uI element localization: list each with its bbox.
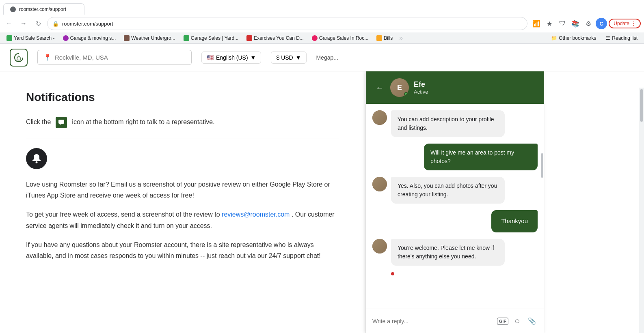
location-bar[interactable]: 📍 (37, 50, 192, 65)
message-2: Will it give me an area to post my photo… (372, 144, 538, 170)
extensions-icon[interactable]: ⚙ (583, 18, 594, 29)
browser-scrollbar[interactable] (639, 88, 644, 333)
currency-selector[interactable]: $ USD ▼ (271, 52, 306, 64)
email-link[interactable]: reviews@roomster.com (222, 211, 290, 218)
msg-bubble-4: Thankyou (491, 210, 538, 232)
chat-user-info: Efe Active (414, 80, 536, 95)
page: 📍 🇺🇸 English (US) ▼ $ USD ▼ Megap... (0, 44, 644, 333)
msg-text-5: You're welcome. Please let me know if th… (398, 245, 494, 260)
megaphone-label[interactable]: Megap... (316, 54, 338, 61)
bookmarks-bar: Yard Sale Search - Garage & moving s... … (0, 32, 644, 44)
browser-chrome: roomster.com/support ← → ↻ 🔒 roomster.co… (0, 0, 644, 44)
other-bookmarks-label: Other bookmarks (559, 35, 596, 41)
bookmark-yard-sale[interactable]: Yard Sale Search - (3, 34, 58, 42)
lock-icon: 🔒 (52, 21, 59, 27)
notification-body2: To get your free week of access, send a … (26, 209, 339, 231)
bookmark-weather[interactable]: Weather Undergro... (121, 34, 179, 42)
chat-user-status: Active (414, 89, 536, 95)
logo-icon (13, 52, 24, 63)
msg-bubble-3: Yes. Also, you can add photos after you … (391, 177, 505, 204)
site-header: 📍 🇺🇸 English (US) ▼ $ USD ▼ Megap... (0, 44, 644, 71)
location-input[interactable] (55, 54, 186, 61)
emoji-button[interactable]: ☺ (512, 316, 523, 327)
address-bar[interactable]: 🔒 roomster.com/support (47, 17, 527, 30)
site-logo[interactable] (10, 49, 28, 67)
bookmark-garage-roc[interactable]: Garage Sales In Roc... (309, 34, 372, 42)
bookmark-label-weather: Weather Undergro... (131, 35, 175, 41)
browser-toolbar: ← → ↻ 🔒 roomster.com/support 📶 ★ 🛡 📚 ⚙ C… (0, 15, 644, 32)
typing-dot (391, 272, 394, 275)
tab-title: roomster.com/support (19, 6, 66, 12)
msg-avatar-3 (372, 177, 387, 191)
svg-marker-1 (60, 124, 61, 125)
shield-icon[interactable]: 🛡 (557, 18, 568, 29)
forward-button[interactable]: → (18, 18, 29, 29)
message-4: Thankyou (372, 210, 538, 232)
bookmark-favicon-exercises (246, 35, 252, 41)
gif-button[interactable]: GIF (497, 318, 508, 325)
intro-text-before: Click the (26, 117, 51, 127)
chat-messages: You can add description to your profile … (366, 104, 544, 309)
chat-scrollbar[interactable] (540, 104, 544, 309)
other-bookmarks-section: 📁 Other bookmarks ☰ Reading list (548, 34, 641, 42)
bookmark-garage-yard[interactable]: Garage Sales | Yard... (180, 34, 242, 42)
msg-avatar-image-5 (372, 239, 387, 254)
reading-list-label: Reading list (612, 35, 638, 41)
chat-reply-input[interactable] (372, 318, 493, 324)
chat-icon-inline (56, 117, 67, 128)
language-selector[interactable]: 🇺🇸 English (US) ▼ (201, 52, 261, 64)
tab-bar: roomster.com/support (0, 0, 644, 15)
msg-text-1: You can add description to your profile … (398, 116, 494, 131)
update-button[interactable]: Update ⋮ (609, 19, 641, 28)
bookmark-label-garage-roc: Garage Sales In Roc... (319, 35, 368, 41)
page-title: Notifications (26, 91, 339, 104)
bookmark-folder-icon: 📁 (551, 35, 557, 41)
bookmark-favicon-weather (124, 35, 130, 41)
bookmark-favicon-yard-sale (6, 35, 12, 41)
msg-avatar-1 (372, 110, 387, 125)
profile-button[interactable]: C (596, 18, 607, 29)
msg-bubble-5: You're welcome. Please let me know if th… (391, 239, 505, 266)
bookmark-label-garage-yard: Garage Sales | Yard... (191, 35, 238, 41)
scrollbar-thumb (640, 89, 643, 122)
section-divider (26, 138, 339, 138)
language-label: English (US) (216, 54, 248, 61)
main-content: 📍 🇺🇸 English (US) ▼ $ USD ▼ Megap... (0, 44, 644, 333)
cast-icon[interactable]: 📶 (531, 18, 542, 29)
message-5: You're welcome. Please let me know if th… (372, 239, 538, 266)
bookmark-favicon-garage-moving (63, 35, 69, 41)
msg-avatar-image-1 (372, 110, 387, 125)
bookmark-favicon-garage-roc (312, 35, 318, 41)
refresh-button[interactable]: ↻ (32, 18, 44, 29)
intro-section: Click the icon at the bottom right to ta… (26, 117, 339, 128)
bookmark-favicon-bills (376, 35, 382, 41)
chat-panel: ← E Efe Active (365, 71, 544, 333)
update-label: Update (614, 21, 629, 26)
bookmark-exercises[interactable]: Exercises You Can D... (243, 34, 307, 42)
msg-bubble-1: You can add description to your profile … (391, 110, 505, 137)
attachment-button[interactable]: 📎 (526, 316, 538, 327)
notification-body1: Love using Roomster so far? Email us a s… (26, 179, 339, 201)
back-button[interactable]: ← (3, 18, 15, 29)
reader-icon[interactable]: 📚 (570, 18, 581, 29)
reading-list-btn[interactable]: ☰ Reading list (603, 34, 641, 42)
bookmark-label-garage-moving: Garage & moving s... (70, 35, 116, 41)
chat-user-name: Efe (414, 80, 536, 89)
svg-point-2 (36, 161, 38, 163)
bookmark-label-bills: Bills (384, 35, 393, 41)
bookmark-garage-moving[interactable]: Garage & moving s... (60, 34, 119, 42)
bookmark-icon[interactable]: ★ (544, 18, 555, 29)
currency-label: $ USD (276, 54, 293, 61)
chat-back-button[interactable]: ← (374, 82, 385, 94)
bookmark-label-exercises: Exercises You Can D... (254, 35, 304, 41)
content-area: Notifications Click the icon at the bott… (0, 71, 365, 333)
other-bookmarks-btn[interactable]: 📁 Other bookmarks (548, 34, 599, 42)
bookmarks-more[interactable]: » (398, 34, 404, 42)
bookmark-bills[interactable]: Bills (373, 34, 396, 42)
msg-avatar-5 (372, 239, 387, 254)
bookmark-favicon-garage-yard (184, 35, 189, 41)
chat-input-actions: GIF ☺ 📎 (497, 316, 538, 327)
content-row: Notifications Click the icon at the bott… (0, 71, 644, 333)
active-tab[interactable]: roomster.com/support (3, 3, 84, 15)
lang-chevron-icon: ▼ (251, 54, 256, 61)
